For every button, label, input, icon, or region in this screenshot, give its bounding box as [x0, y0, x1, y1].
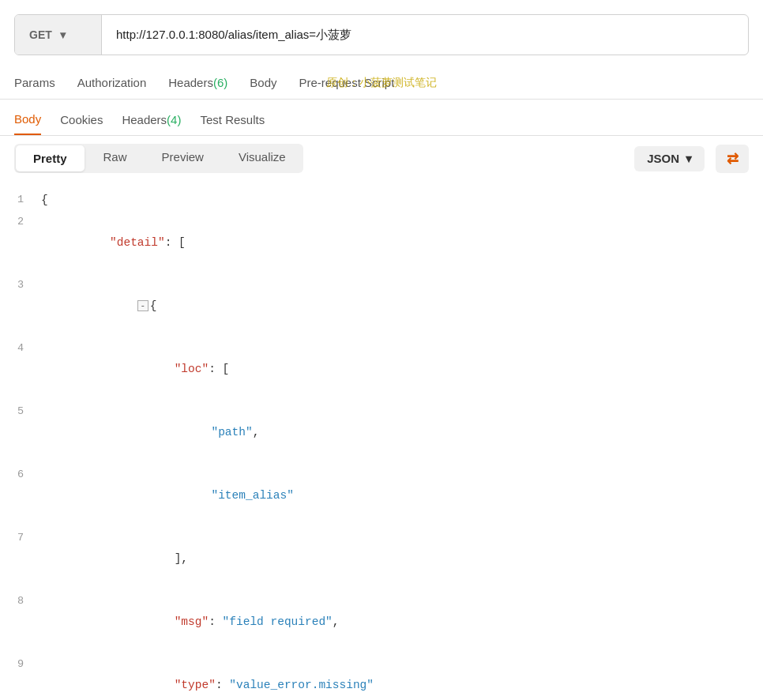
line-num-7: 7 [0, 528, 41, 548]
format-raw[interactable]: Raw [86, 144, 145, 173]
tab-pre-request-script[interactable]: Pre-request Script [299, 66, 395, 99]
line-num-2: 2 [0, 212, 41, 232]
format-preview[interactable]: Preview [145, 144, 221, 173]
json-label: JSON [647, 152, 679, 165]
tab-body-request[interactable]: Body [250, 66, 276, 99]
line-num-4: 4 [0, 338, 41, 359]
line-content-4: "loc": [ [41, 338, 763, 400]
line-content-9: "type": "value_error.missing" [41, 654, 763, 700]
tab-authorization[interactable]: Authorization [77, 66, 147, 99]
line-7: 7 ], [0, 527, 763, 590]
method-label: GET [29, 28, 52, 41]
wrap-button[interactable]: ⇄ [716, 145, 749, 173]
json-format-selector[interactable]: JSON ▾ [634, 146, 705, 171]
line-content-8: "msg": "field required", [41, 591, 763, 653]
tab-headers-response[interactable]: Headers(4) [122, 103, 181, 134]
tab-params[interactable]: Params [14, 66, 55, 99]
method-chevron: ▾ [60, 28, 66, 41]
line-content-5: "path", [41, 401, 763, 463]
line-num-3: 3 [0, 275, 41, 295]
method-selector[interactable]: GET ▾ [15, 15, 102, 55]
line-9: 9 "type": "value_error.missing" [0, 653, 763, 700]
line-content-2: "detail": [ [41, 212, 763, 273]
tab-body-response[interactable]: Body [14, 103, 41, 135]
format-pretty[interactable]: Pretty [16, 145, 85, 171]
line-2: 2 "detail": [ [0, 211, 763, 274]
body-controls: Pretty Raw Preview Visualize JSON ▾ ⇄ [0, 136, 763, 181]
format-visualize[interactable]: Visualize [221, 144, 303, 173]
tab-headers-request[interactable]: Headers(6) [168, 66, 227, 99]
line-content-7: ], [41, 528, 763, 589]
format-tabs: Pretty Raw Preview Visualize [14, 144, 303, 173]
line-8: 8 "msg": "field required", [0, 590, 763, 653]
url-input[interactable]: http://127.0.0.1:8080/alias/item_alias=小… [102, 28, 748, 43]
line-num-1: 1 [0, 190, 41, 210]
line-4: 4 "loc": [ [0, 337, 763, 401]
line-3: 3 -{ [0, 274, 763, 337]
response-tabs: Body Cookies Headers(4) Test Results [0, 103, 763, 136]
line-num-9: 9 [0, 654, 41, 675]
json-chevron: ▾ [686, 152, 692, 166]
line-content-6: "item_alias" [41, 465, 763, 526]
line-content-1: { [41, 190, 763, 210]
line-5: 5 "path", [0, 401, 763, 464]
line-6: 6 "item_alias" [0, 464, 763, 527]
tab-cookies[interactable]: Cookies [60, 103, 103, 134]
line-content-3: -{ [41, 275, 763, 337]
line-num-8: 8 [0, 591, 41, 612]
line-num-5: 5 [0, 401, 41, 422]
wrap-icon: ⇄ [727, 150, 739, 167]
collapse-3[interactable]: - [137, 300, 148, 311]
tab-test-results[interactable]: Test Results [200, 103, 265, 134]
json-body: 1 { 2 "detail": [ 3 -{ 4 "loc": [ 5 "pat… [0, 181, 763, 700]
line-1: 1 { [0, 189, 763, 211]
top-tabs: Params Authorization Headers(6) Body Pre… [0, 66, 763, 100]
line-num-6: 6 [0, 465, 41, 485]
url-bar: GET ▾ http://127.0.0.1:8080/alias/item_a… [14, 14, 749, 55]
